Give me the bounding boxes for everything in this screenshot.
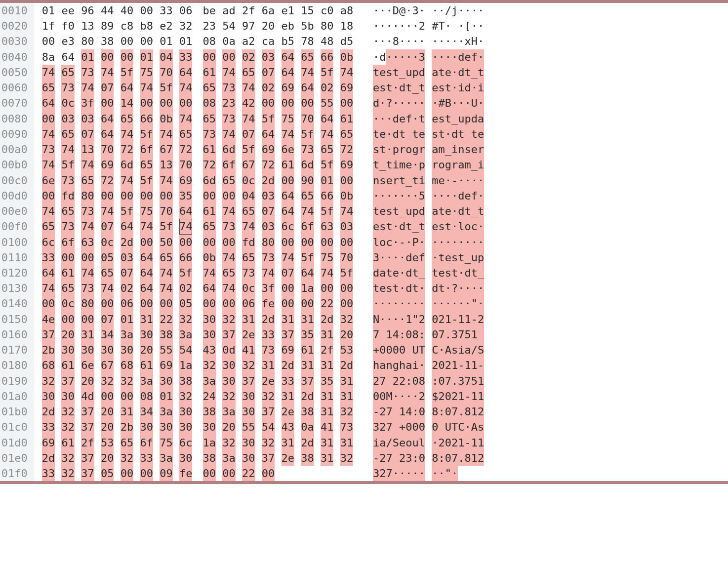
hex-byte[interactable]: 67 [160,142,173,157]
hex-byte[interactable]: 74 [222,203,236,219]
ascii-char[interactable]: t [419,111,425,126]
ascii-char[interactable] [393,404,399,419]
ascii-char[interactable]: _ [445,142,451,157]
hex-byte[interactable]: 73 [42,142,55,157]
hex-byte[interactable]: 32 [262,435,275,450]
hex-byte[interactable]: 37 [222,327,236,342]
ascii-char[interactable]: · [458,95,464,111]
hex-byte[interactable]: 00 [222,188,236,203]
ascii-char[interactable] [386,373,392,389]
hex-byte[interactable]: 07 [81,126,94,142]
hex-byte[interactable]: 65 [242,203,255,219]
ascii-char[interactable]: · [399,95,405,111]
ascii-bytes[interactable]: ia/Seoul·2021-11 [373,435,484,450]
ascii-char[interactable]: 8 [412,327,418,342]
hex-byte[interactable]: 65 [121,111,134,126]
hex-byte[interactable]: 07 [262,203,275,219]
hex-byte[interactable]: 32 [179,18,193,34]
ascii-char[interactable]: · [405,296,412,311]
ascii-bytes[interactable]: est·dt_test·id·i [373,80,484,95]
hex-byte[interactable]: 00 [61,250,75,265]
ascii-char[interactable]: + [373,342,379,358]
ascii-char[interactable]: · [464,281,471,296]
hex-byte[interactable]: 74 [42,281,55,296]
hex-byte[interactable]: 20 [140,342,153,358]
ascii-bytes[interactable]: 00M····2$2021-11 [373,389,484,404]
hex-byte[interactable]: 6d [203,173,216,188]
hex-byte[interactable]: 74 [140,80,153,95]
ascii-char[interactable]: 1 [458,312,464,327]
ascii-bytes[interactable]: test·dt·dt·?···· [373,281,484,296]
hex-byte[interactable]: 20 [262,18,275,34]
hex-byte[interactable]: 74 [81,157,94,172]
ascii-char[interactable]: 7 [451,450,458,466]
hex-byte[interactable]: 3a [160,450,173,466]
ascii-char[interactable]: · [478,219,484,234]
hex-byte[interactable]: 37 [81,404,94,419]
ascii-char[interactable]: : [412,450,418,466]
hex-byte[interactable]: 63 [321,219,334,234]
hex-byte[interactable]: 74 [222,250,236,265]
hex-byte[interactable]: 32 [340,404,354,419]
ascii-char[interactable]: · [399,281,405,296]
hex-byte[interactable]: 66 [179,250,193,265]
hex-byte[interactable]: 2d [340,358,354,373]
hex-byte[interactable]: 32 [222,435,236,450]
ascii-char[interactable]: · [393,188,399,203]
ascii-char[interactable]: p [478,250,484,265]
ascii-char[interactable]: a [405,358,412,373]
hex-byte[interactable]: 0d [222,342,236,358]
ascii-char[interactable]: p [412,65,418,80]
ascii-char[interactable]: S [478,342,484,358]
ascii-char[interactable]: e [379,203,386,219]
hex-byte[interactable]: 5f [301,250,314,265]
ascii-char[interactable]: a [464,342,471,358]
hex-byte[interactable]: 80 [262,235,275,250]
ascii-char[interactable]: · [478,3,484,18]
ascii-char[interactable]: t [405,219,412,234]
hex-byte[interactable]: 00 [121,49,134,65]
hex-byte[interactable]: 78 [301,34,314,49]
hex-byte[interactable]: 38 [179,373,193,389]
ascii-char[interactable]: 1 [471,358,478,373]
hex-byte[interactable]: 74 [321,126,334,142]
ascii-char[interactable]: · [478,235,484,250]
ascii-char[interactable]: d [464,80,471,95]
ascii-char[interactable]: t [458,126,464,142]
hex-byte[interactable]: 64 [321,111,334,126]
hex-byte[interactable]: 33 [42,250,55,265]
hex-byte[interactable]: 00 [160,188,173,203]
hex-byte[interactable]: 00 [160,95,173,111]
ascii-char[interactable]: 2 [445,358,451,373]
ascii-char[interactable]: s [478,419,484,435]
hex-byte[interactable]: 0c [101,235,114,250]
hex-byte[interactable]: 30 [203,327,216,342]
ascii-char[interactable]: · [478,296,484,311]
ascii-char[interactable]: 0 [432,312,438,327]
hex-byte[interactable]: 30 [61,389,75,404]
hex-byte[interactable]: 20 [222,419,236,435]
hex-byte[interactable]: 00 [203,49,216,65]
ascii-bytes[interactable]: N····1"2021-11-2 [373,312,484,327]
ascii-char[interactable]: · [405,188,412,203]
ascii-char[interactable]: d [432,281,438,296]
hex-byte[interactable]: 43 [282,419,295,435]
ascii-char[interactable]: # [432,18,438,34]
hex-byte[interactable]: 72 [262,157,275,172]
ascii-char[interactable]: d [405,265,412,281]
hex-byte[interactable]: 30 [242,389,255,404]
hex-byte[interactable]: 00 [140,296,153,311]
hex-byte[interactable]: 6a [262,3,275,18]
hex-byte[interactable]: 75 [321,250,334,265]
ascii-char[interactable]: · [379,250,386,265]
ascii-bytes[interactable]: ···D@·3···/j···· [373,3,484,18]
ascii-char[interactable]: d [458,203,464,219]
hex-byte[interactable]: 32 [222,389,236,404]
ascii-char[interactable]: · [432,296,438,311]
ascii-char[interactable]: · [412,389,418,404]
ascii-char[interactable]: · [445,188,451,203]
hex-byte[interactable]: 31 [282,435,295,450]
ascii-char[interactable]: d [458,188,464,203]
ascii-char[interactable]: 7 [445,373,451,389]
hex-byte[interactable]: 74 [242,80,255,95]
